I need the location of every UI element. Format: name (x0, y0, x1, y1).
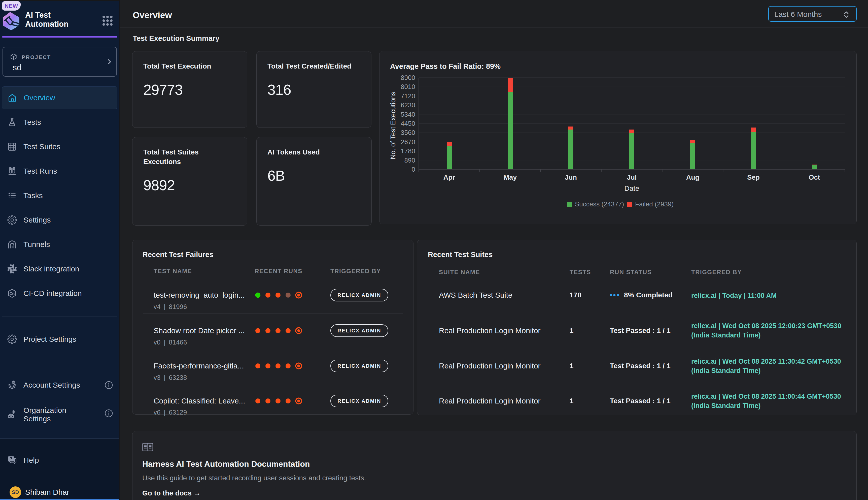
svg-text:1780: 1780 (401, 147, 415, 155)
svg-text:Sep: Sep (747, 174, 760, 181)
svg-text:Failed (2939): Failed (2939) (635, 200, 673, 208)
svg-text:890: 890 (404, 157, 415, 164)
svg-text:?: ? (10, 457, 12, 461)
svg-text:8010: 8010 (401, 83, 415, 90)
svg-text:Aug: Aug (686, 174, 699, 181)
svg-text:Date: Date (624, 184, 639, 192)
svg-text:8900: 8900 (401, 74, 415, 81)
svg-text:Jul: Jul (627, 174, 636, 181)
svg-text:Jun: Jun (565, 174, 577, 181)
svg-text:No. of Test Executions: No. of Test Executions (389, 92, 397, 159)
svg-text:Apr: Apr (444, 174, 455, 181)
svg-text:Success (24377): Success (24377) (575, 200, 624, 208)
svg-text:3560: 3560 (401, 129, 415, 136)
svg-text:7120: 7120 (401, 92, 415, 100)
svg-text:4450: 4450 (401, 120, 415, 127)
svg-text:2670: 2670 (401, 138, 415, 146)
svg-text:May: May (504, 174, 517, 181)
svg-text:6230: 6230 (401, 101, 415, 109)
svg-text:5340: 5340 (401, 111, 415, 118)
svg-text:0: 0 (412, 166, 415, 173)
svg-text:Oct: Oct (809, 174, 820, 181)
